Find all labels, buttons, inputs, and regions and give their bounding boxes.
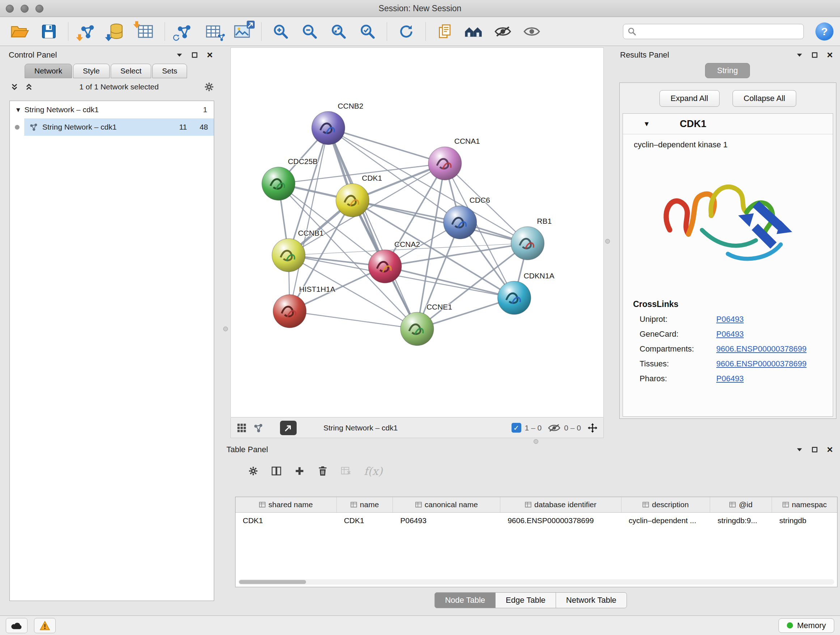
collapse-all-networks-button[interactable] (24, 82, 34, 92)
maximize-panel-button[interactable] (810, 445, 820, 455)
network-node-HIST1H1A[interactable] (273, 295, 306, 328)
network-view-canvas[interactable]: CCNB2CCNA1CDC25BCDK1CDC6RB1CCNB1CCNA2CDK… (231, 48, 604, 417)
cell-database-identifier[interactable]: 9606.ENSP00000378699 (500, 516, 622, 525)
tab-select[interactable]: Select (111, 64, 151, 78)
network-row[interactable]: String Network – cdk1 11 48 (10, 119, 214, 136)
network-node-CDKN1A[interactable] (498, 281, 531, 315)
close-panel-button[interactable]: × (825, 445, 835, 455)
detach-view-button[interactable] (280, 421, 297, 435)
float-panel-button[interactable] (794, 50, 805, 60)
tab-string[interactable]: String (705, 63, 750, 78)
gene-entry-header[interactable]: ▾ CDK1 (623, 114, 833, 134)
zoom-selected-button[interactable] (354, 20, 381, 43)
maximize-panel-button[interactable] (189, 50, 200, 60)
scrollbar-thumb[interactable] (239, 580, 306, 584)
zoom-in-button[interactable] (267, 20, 294, 43)
float-panel-button[interactable] (794, 445, 805, 455)
export-network-button[interactable] (200, 20, 226, 43)
warnings-button[interactable] (34, 618, 56, 633)
expand-all-button[interactable]: Expand All (660, 90, 720, 107)
export-table-button[interactable] (431, 20, 458, 43)
right-splitter-handle[interactable] (605, 239, 610, 244)
zoom-out-button[interactable] (296, 20, 323, 43)
network-node-CDC6[interactable] (444, 206, 477, 239)
tab-node-table[interactable]: Node Table (434, 592, 496, 608)
float-panel-button[interactable] (174, 50, 185, 60)
cloud-status-button[interactable] (6, 618, 27, 633)
show-columns-button[interactable] (271, 466, 281, 476)
show-graphics-details-button[interactable] (518, 20, 545, 43)
table-row[interactable]: CDK1 CDK1 P06493 9606.ENSP00000378699 cy… (235, 513, 837, 529)
create-column-button[interactable] (294, 466, 305, 476)
table-settings-gear-icon[interactable] (248, 466, 258, 476)
help-button[interactable]: ? (815, 22, 834, 41)
network-edge[interactable] (328, 128, 445, 164)
network-collection-row[interactable]: ▾ String Network – cdk1 1 (10, 101, 214, 119)
tab-network-table[interactable]: Network Table (556, 592, 627, 608)
column-header-canonical-name[interactable]: canonical name (393, 497, 500, 512)
cell-canonical-name[interactable]: P06493 (393, 516, 500, 525)
network-node-CCNA1[interactable] (428, 147, 462, 180)
collapse-triangle-icon[interactable]: ▾ (16, 105, 20, 114)
left-splitter-handle[interactable] (223, 326, 228, 331)
memory-button[interactable]: Memory (778, 618, 834, 633)
open-session-button[interactable] (6, 20, 33, 43)
column-header-id[interactable]: @id (710, 497, 772, 512)
save-session-button[interactable] (35, 20, 62, 43)
network-node-CCNB1[interactable] (272, 239, 305, 272)
crosslink-link[interactable]: 9606.ENSP00000378699 (716, 344, 807, 354)
network-node-CCNA2[interactable] (368, 250, 401, 283)
pan-mode-button[interactable] (587, 423, 598, 433)
crosslink-link[interactable]: 9606.ENSP00000378699 (716, 359, 807, 369)
network-node-CDC25B[interactable] (262, 167, 295, 200)
cell-shared-name[interactable]: CDK1 (235, 516, 337, 525)
cell-namespace[interactable]: stringdb (772, 516, 837, 525)
network-edge[interactable] (290, 311, 417, 329)
close-panel-button[interactable]: × (205, 50, 215, 60)
birds-eye-view-button[interactable] (237, 423, 247, 433)
column-header-description[interactable]: description (622, 497, 711, 512)
network-graph[interactable]: CCNB2CCNA1CDC25BCDK1CDC6RB1CCNB1CCNA2CDK… (231, 48, 603, 417)
network-edge[interactable] (352, 200, 527, 243)
tab-edge-table[interactable]: Edge Table (495, 592, 556, 608)
crosslink-link[interactable]: P06493 (716, 329, 744, 339)
hide-graphics-details-button[interactable] (489, 20, 516, 43)
import-network-from-database-button[interactable] (103, 20, 130, 43)
network-node-CCNB2[interactable] (312, 111, 345, 145)
export-image-button[interactable] (229, 20, 256, 43)
zoom-fit-content-button[interactable] (325, 20, 352, 43)
import-network-from-file-button[interactable] (74, 20, 101, 43)
column-header-name[interactable]: name (337, 497, 393, 512)
close-panel-button[interactable]: × (825, 50, 835, 60)
checkbox-icon[interactable]: ✓ (512, 423, 521, 432)
network-node-CDK1[interactable] (336, 184, 369, 217)
horizontal-scrollbar[interactable] (238, 579, 834, 585)
column-header-namespace[interactable]: namespac (772, 497, 837, 512)
collapse-triangle-icon[interactable]: ▾ (645, 119, 649, 128)
network-edge[interactable] (290, 128, 328, 311)
refresh-view-button[interactable] (393, 20, 420, 43)
network-node-RB1[interactable] (511, 226, 544, 260)
maximize-window-button[interactable] (35, 5, 43, 13)
close-window-button[interactable] (6, 5, 14, 13)
tab-sets[interactable]: Sets (152, 64, 187, 78)
import-table-from-file-button[interactable] (132, 20, 159, 43)
maximize-panel-button[interactable] (810, 50, 820, 60)
network-options-gear-icon[interactable] (204, 82, 214, 92)
bottom-splitter-handle[interactable] (534, 439, 538, 444)
cell-description[interactable]: cyclin–dependent ... (622, 516, 711, 525)
cell-id[interactable]: stringdb:9... (710, 516, 772, 525)
tab-network[interactable]: Network (25, 64, 72, 78)
crosslink-link[interactable]: P06493 (716, 315, 744, 324)
expand-all-networks-button[interactable] (9, 82, 19, 92)
new-network-from-selection-button[interactable] (171, 20, 197, 43)
crosslink-link[interactable]: P06493 (716, 374, 744, 383)
global-search-input[interactable] (640, 27, 799, 36)
minimize-window-button[interactable] (21, 5, 28, 13)
network-row-selected[interactable]: String Network – cdk1 11 48 (24, 119, 214, 136)
column-header-shared-name[interactable]: shared name (235, 497, 337, 512)
column-header-database-identifier[interactable]: database identifier (500, 497, 622, 512)
cell-name[interactable]: CDK1 (337, 516, 393, 525)
tab-style[interactable]: Style (73, 64, 110, 78)
network-edge[interactable] (328, 128, 417, 329)
